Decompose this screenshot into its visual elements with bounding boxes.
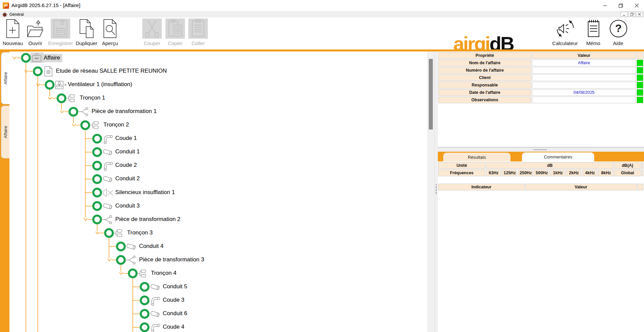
mdi-close-icon[interactable] — [636, 12, 643, 17]
frequency-label-cell: Fréquences — [438, 170, 485, 176]
window-close-icon[interactable] — [629, 0, 644, 11]
tree-node-coude-2[interactable]: Coude 2 — [115, 161, 137, 169]
splitter-grip-dot — [537, 149, 537, 150]
mdi-minimize-icon[interactable] — [620, 12, 628, 17]
duct-icon — [126, 241, 138, 252]
window-restore-icon[interactable] — [613, 0, 628, 11]
frequency-header-8khz: 8kHz — [598, 170, 614, 176]
tree-node-conduit-1[interactable]: Conduit 1 — [115, 148, 140, 155]
toolbar-button-dupliquer[interactable]: Dupliquer — [75, 19, 98, 40]
splitter-grip-dot — [535, 149, 536, 150]
property-value-client[interactable] — [532, 74, 636, 81]
property-label-nom-de-l-affaire: Nom de l'affaire — [438, 60, 531, 66]
property-label-client: Client — [438, 74, 531, 81]
affaire-tab-active[interactable]: Affaire — [1, 52, 9, 104]
title-bar: dB AirgidB 2025.6.27.15 - [Affaire] — [0, 0, 644, 11]
svg-text:?: ? — [615, 22, 622, 34]
value-column-header: Valeur — [532, 52, 636, 59]
splitter-grip-dot — [436, 190, 437, 191]
toolbar-button-aide[interactable]: ?Aide — [601, 19, 635, 40]
duct-icon — [150, 308, 162, 319]
tab-commentaires[interactable]: Commentaires — [522, 152, 594, 161]
tree-node-coude-1[interactable]: Coude 1 — [115, 135, 137, 142]
frequency-header-2khz: 2kHz — [566, 170, 582, 176]
scrollbar-thumb[interactable] — [429, 59, 433, 130]
splitter-grip-dot — [436, 184, 437, 185]
affaire-tab-inactive[interactable]: Affaire — [1, 106, 9, 158]
status-cell-green — [637, 97, 643, 103]
tree-node-pi-ce-de-transformation-1[interactable]: Pièce de transformation 1 — [91, 108, 157, 115]
tree-node-conduit-3[interactable]: Conduit 3 — [115, 202, 140, 210]
elbow-icon — [150, 322, 162, 332]
splitter-grip-dot — [541, 149, 542, 150]
splitter-grip-dot — [436, 192, 437, 193]
toolbar-button-copier[interactable]: Copier — [164, 19, 187, 40]
tree-node-affaire[interactable]: Affaire — [42, 54, 62, 62]
tree-node-pi-ce-de-transformation-3[interactable]: Pièce de transformation 3 — [139, 256, 204, 263]
property-value-observations[interactable] — [532, 97, 636, 103]
branch-icon — [126, 255, 138, 265]
silencer-icon — [102, 187, 114, 198]
toolbar-button-nouveau[interactable]: Nouveau — [1, 19, 24, 40]
toolbar-button-label: Nouveau — [3, 40, 23, 46]
tree-node-tron-on-4[interactable]: Tronçon 4 — [151, 269, 177, 277]
splitter-grip-dot — [534, 149, 534, 150]
horizontal-splitter[interactable] — [438, 147, 644, 152]
tree-node-conduit-2[interactable]: Conduit 2 — [115, 175, 140, 182]
menu-item-general[interactable]: Général — [9, 12, 24, 17]
fan-icon — [55, 79, 67, 90]
tree-node-tron-on-1[interactable]: Tronçon 1 — [80, 94, 105, 102]
tree-node-coude-3[interactable]: Coude 3 — [163, 296, 184, 304]
mdi-restore-icon[interactable] — [628, 12, 635, 17]
frequency-header-63hz: 63Hz — [486, 170, 501, 176]
tree-node-tron-on-2[interactable]: Tronçon 2 — [104, 121, 129, 128]
status-cell-green — [637, 67, 643, 74]
frequency-header-global: Global — [614, 170, 641, 176]
toolbar-button-label: Mémo — [586, 40, 600, 46]
property-value-nom-de-l-affaire[interactable]: Affaire — [532, 60, 636, 66]
property-value-date-de-l-affaire[interactable]: 04/08/2025 — [532, 89, 636, 96]
splitter-grip-dot — [546, 149, 546, 150]
tree-node-tron-on-3[interactable]: Tronçon 3 — [127, 229, 153, 236]
window-title: AirgidB 2025.6.27.15 - [Affaire] — [11, 2, 80, 8]
toolbar-button-label: Coller — [191, 40, 204, 46]
segment-icon — [90, 120, 103, 131]
tree-node-coude-4[interactable]: Coude 4 — [163, 323, 184, 331]
segment-icon — [67, 93, 79, 104]
window-minimize-icon[interactable] — [598, 0, 612, 11]
elbow-icon — [150, 295, 162, 306]
briefcase-icon — [31, 52, 43, 63]
splitter-grip-dot — [436, 186, 437, 187]
property-value-num-ro-de-l-affaire[interactable] — [532, 67, 636, 74]
toolbar-button-enregistrer[interactable]: Enregistrer — [49, 19, 72, 40]
property-label-responsable: Responsable — [438, 82, 531, 88]
affaire-tab-label: Affaire — [3, 72, 8, 84]
status-cell-green — [637, 82, 643, 88]
toolbar-button-aper-u[interactable]: Aperçu — [99, 19, 121, 40]
tab-resultats[interactable]: Résultats — [443, 153, 510, 161]
save-icon — [51, 19, 70, 39]
tree-vertical-scrollbar[interactable] — [428, 51, 434, 332]
segment-icon — [138, 268, 150, 279]
help-icon: ? — [608, 19, 628, 39]
open-folder-icon — [26, 19, 45, 39]
tree-node-pi-ce-de-transformation-2[interactable]: Pièce de transformation 2 — [115, 216, 181, 223]
toolbar-button-coller[interactable]: Coller — [187, 19, 210, 40]
toolbar-button-ouvrir[interactable]: Ouvrir — [24, 19, 47, 40]
property-label-date-de-l-affaire: Date de l'affaire — [438, 89, 531, 96]
tree-node-silencieux-insufflation-1[interactable]: Silencieux insufflation 1 — [115, 189, 175, 196]
status-cell-green — [637, 60, 643, 66]
tree-node-conduit-5[interactable]: Conduit 5 — [163, 283, 187, 290]
tree-node-conduit-6[interactable]: Conduit 6 — [163, 310, 187, 317]
tree-node-ventilateur-1-insufflation-[interactable]: Ventilateur 1 (insufflation) — [68, 81, 132, 88]
unit-label-cell: Unité — [438, 162, 485, 169]
property-value-responsable[interactable] — [532, 82, 636, 88]
tree-node-conduit-4[interactable]: Conduit 4 — [139, 243, 163, 250]
tree-node-etude-de-r-seau-salle-petite-reunion[interactable]: Etude de réseau SALLE PETITE REUNION — [56, 67, 167, 75]
splitter-grip-dot — [436, 187, 437, 188]
paste-icon — [188, 19, 208, 39]
frequency-header-250hz: 250Hz — [518, 170, 534, 176]
toolbar-button-label: Dupliquer — [76, 40, 97, 46]
toolbar-button-couper[interactable]: Couper — [141, 19, 163, 40]
toolbar-button-label: Aide — [613, 40, 623, 46]
